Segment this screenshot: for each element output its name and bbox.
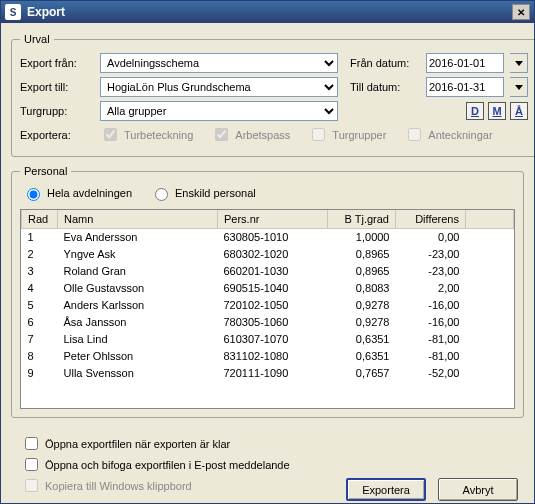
urval-legend: Urval <box>20 33 54 45</box>
to-date-picker-button[interactable] <box>510 77 528 97</box>
export-to-label: Export till: <box>20 81 94 93</box>
col-persnr[interactable]: Pers.nr <box>218 210 328 228</box>
cell-namn: Ulla Svensson <box>58 364 218 381</box>
cell-persnr: 660201-1030 <box>218 262 328 279</box>
period-month-button[interactable]: M <box>488 102 506 120</box>
cell-namn: Lisa Lind <box>58 330 218 347</box>
cell-persnr: 630805-1010 <box>218 228 328 245</box>
cell-rad: 3 <box>22 262 58 279</box>
cell-namn: Roland Gran <box>58 262 218 279</box>
cell-differens: -23,00 <box>396 262 466 279</box>
close-button[interactable]: ✕ <box>512 4 530 20</box>
close-icon: ✕ <box>517 7 525 18</box>
check-open-after-export[interactable] <box>25 437 38 450</box>
cell-persnr: 831102-1080 <box>218 347 328 364</box>
cell-differens: -81,00 <box>396 330 466 347</box>
cell-persnr: 690515-1040 <box>218 279 328 296</box>
cell-rad: 4 <box>22 279 58 296</box>
radio-hela-avdelningen[interactable] <box>27 188 40 201</box>
export-from-select[interactable]: Avdelningsschema <box>100 53 338 73</box>
cell-namn: Yngve Ask <box>58 245 218 262</box>
from-date-input[interactable] <box>426 53 504 73</box>
cell-tjgrad: 0,8083 <box>328 279 396 296</box>
radio-hela-avdelningen-label: Hela avdelningen <box>47 187 132 199</box>
cell-persnr: 610307-1070 <box>218 330 328 347</box>
to-date-input[interactable] <box>426 77 504 97</box>
cell-differens: -16,00 <box>396 296 466 313</box>
cell-tjgrad: 1,0000 <box>328 228 396 245</box>
check-attach-email-label: Öppna och bifoga exportfilen i E-post me… <box>45 459 290 471</box>
cell-differens: 0,00 <box>396 228 466 245</box>
cell-namn: Olle Gustavsson <box>58 279 218 296</box>
chevron-down-icon <box>515 85 523 90</box>
check-attach-email[interactable] <box>25 458 38 471</box>
table-row[interactable]: 3Roland Gran660201-10300,8965-23,00 <box>22 262 514 279</box>
urval-group: Urval Export från: Avdelningsschema Från… <box>11 33 535 157</box>
cancel-button[interactable]: Avbryt <box>438 478 518 501</box>
col-tjgrad[interactable]: B Tj.grad <box>328 210 396 228</box>
col-differens[interactable]: Differens <box>396 210 466 228</box>
cell-differens: -23,00 <box>396 245 466 262</box>
table-row[interactable]: 8Peter Ohlsson831102-10800,6351-81,00 <box>22 347 514 364</box>
check-arbetspass-label: Arbetspass <box>235 129 290 141</box>
table-row[interactable]: 1Eva Andersson630805-10101,00000,00 <box>22 228 514 245</box>
cell-namn: Peter Ohlsson <box>58 347 218 364</box>
cell-rad: 5 <box>22 296 58 313</box>
cell-differens: -16,00 <box>396 313 466 330</box>
cell-persnr: 680302-1020 <box>218 245 328 262</box>
table-row[interactable]: 6Åsa Jansson780305-10600,9278-16,00 <box>22 313 514 330</box>
cell-rad: 8 <box>22 347 58 364</box>
cell-namn: Anders Karlsson <box>58 296 218 313</box>
check-turgrupper <box>312 128 325 141</box>
check-turbeteckning <box>104 128 117 141</box>
cell-differens: -81,00 <box>396 347 466 364</box>
cell-rad: 1 <box>22 228 58 245</box>
check-turbeteckning-label: Turbeteckning <box>124 129 193 141</box>
table-row[interactable]: 9Ulla Svensson720111-10900,7657-52,00 <box>22 364 514 381</box>
export-button[interactable]: Exportera <box>346 478 426 501</box>
table-row[interactable]: 2Yngve Ask680302-10200,8965-23,00 <box>22 245 514 262</box>
cell-rad: 9 <box>22 364 58 381</box>
personal-table[interactable]: Rad Namn Pers.nr B Tj.grad Differens 1Ev… <box>20 209 515 409</box>
to-date-label: Till datum: <box>350 81 420 93</box>
cell-tjgrad: 0,6351 <box>328 330 396 347</box>
exportera-label: Exportera: <box>20 129 94 141</box>
check-arbetspass <box>215 128 228 141</box>
radio-enskild-personal-label: Enskild personal <box>175 187 256 199</box>
personal-group: Personal Hela avdelningen Enskild person… <box>11 165 524 418</box>
check-open-after-export-label: Öppna exportfilen när exporten är klar <box>45 438 230 450</box>
window-title: Export <box>27 5 65 19</box>
cell-namn: Åsa Jansson <box>58 313 218 330</box>
col-spacer <box>466 210 514 228</box>
cell-rad: 6 <box>22 313 58 330</box>
turgrupp-select[interactable]: Alla grupper <box>100 101 338 121</box>
radio-enskild-personal[interactable] <box>155 188 168 201</box>
cell-persnr: 720102-1050 <box>218 296 328 313</box>
from-date-picker-button[interactable] <box>510 53 528 73</box>
app-icon: S <box>5 4 21 20</box>
export-to-select[interactable]: HogiaLön Plus Grundschema <box>100 77 338 97</box>
check-turgrupper-label: Turgrupper <box>332 129 386 141</box>
period-day-button[interactable]: D <box>466 102 484 120</box>
from-date-label: Från datum: <box>350 57 420 69</box>
col-namn[interactable]: Namn <box>58 210 218 228</box>
cell-persnr: 720111-1090 <box>218 364 328 381</box>
cell-namn: Eva Andersson <box>58 228 218 245</box>
check-anteckningar <box>408 128 421 141</box>
col-rad[interactable]: Rad <box>22 210 58 228</box>
table-row[interactable]: 4Olle Gustavsson690515-10400,80832,00 <box>22 279 514 296</box>
table-row[interactable]: 7Lisa Lind610307-10700,6351-81,00 <box>22 330 514 347</box>
cell-differens: 2,00 <box>396 279 466 296</box>
period-year-button[interactable]: Å <box>510 102 528 120</box>
check-copy-clipboard <box>25 479 38 492</box>
cell-tjgrad: 0,8965 <box>328 262 396 279</box>
table-row[interactable]: 5Anders Karlsson720102-10500,9278-16,00 <box>22 296 514 313</box>
chevron-down-icon <box>515 61 523 66</box>
check-anteckningar-label: Anteckningar <box>428 129 492 141</box>
turgrupp-label: Turgrupp: <box>20 105 94 117</box>
titlebar: S Export ✕ <box>1 1 534 23</box>
check-copy-clipboard-label: Kopiera till Windows klippbord <box>45 480 192 492</box>
cell-differens: -52,00 <box>396 364 466 381</box>
cell-persnr: 780305-1060 <box>218 313 328 330</box>
export-from-label: Export från: <box>20 57 94 69</box>
